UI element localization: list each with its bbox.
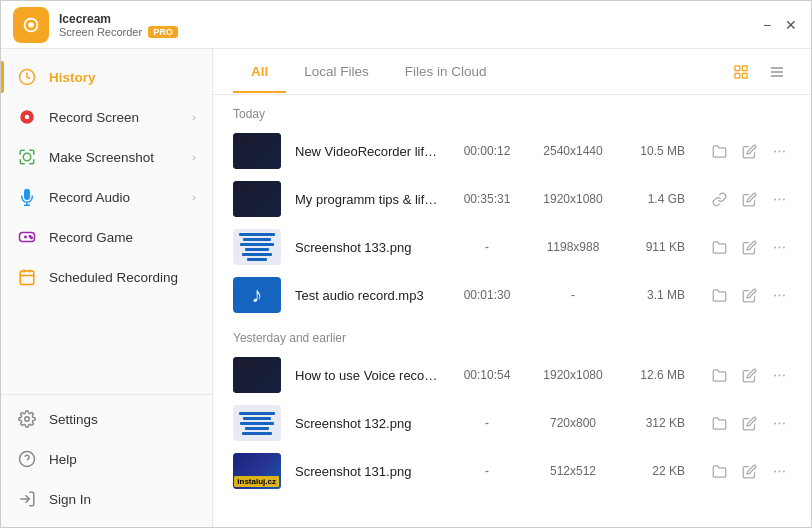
table-row[interactable]: New VideoRecorder lifehacks.mp4 00:00:12… <box>213 127 811 175</box>
file-duration: - <box>455 416 519 430</box>
close-button[interactable]: ✕ <box>783 17 799 33</box>
svg-point-46 <box>778 470 780 472</box>
svg-point-41 <box>782 374 784 376</box>
svg-point-29 <box>782 150 784 152</box>
list-view-button[interactable] <box>763 58 791 86</box>
table-row[interactable]: Screenshot 133.png - 1198x988 911 KB <box>213 223 811 271</box>
svg-point-39 <box>774 374 776 376</box>
svg-point-30 <box>774 198 776 200</box>
edit-button[interactable] <box>737 235 761 259</box>
svg-point-38 <box>782 294 784 296</box>
schedule-icon <box>17 267 37 287</box>
file-resolution: - <box>533 288 613 302</box>
sidebar-item-audio[interactable]: Record Audio › <box>1 177 212 217</box>
tab-files-in-cloud[interactable]: Files in Cloud <box>387 52 505 93</box>
edit-button[interactable] <box>737 139 761 163</box>
app-sub: Screen Recorder PRO <box>59 26 759 38</box>
grid-view-button[interactable] <box>727 58 755 86</box>
file-size: 10.5 MB <box>627 144 685 158</box>
sidebar-label-history: History <box>49 70 96 85</box>
sidebar-label-help: Help <box>49 452 77 467</box>
edit-button[interactable] <box>737 459 761 483</box>
file-name: How to use Voice recorder.mp4 <box>295 368 441 383</box>
file-thumbnail <box>233 181 281 217</box>
file-name: My programm tips & lifehacks.mp4 <box>295 192 441 207</box>
sidebar-item-schedule[interactable]: Scheduled Recording <box>1 257 212 297</box>
sidebar-item-game[interactable]: Record Game <box>1 217 212 257</box>
screenshot-icon <box>17 147 37 167</box>
tab-local-files[interactable]: Local Files <box>286 52 387 93</box>
file-size: 312 KB <box>627 416 685 430</box>
more-button[interactable] <box>767 283 791 307</box>
svg-rect-20 <box>735 66 740 71</box>
svg-point-36 <box>774 294 776 296</box>
edit-button[interactable] <box>737 363 761 387</box>
file-actions <box>707 283 791 307</box>
music-icon: ♪ <box>252 282 263 308</box>
folder-button[interactable] <box>707 283 731 307</box>
sidebar-item-settings[interactable]: Settings <box>1 399 212 439</box>
audio-icon <box>17 187 37 207</box>
folder-button[interactable] <box>707 411 731 435</box>
main-layout: History Record Screen › <box>1 49 811 527</box>
more-button[interactable] <box>767 459 791 483</box>
app-logo <box>13 7 49 43</box>
sidebar: History Record Screen › <box>1 49 213 527</box>
file-resolution: 720x800 <box>533 416 613 430</box>
edit-button[interactable] <box>737 187 761 211</box>
svg-point-45 <box>774 470 776 472</box>
file-size: 1.4 GB <box>627 192 685 206</box>
minimize-button[interactable]: − <box>759 17 775 33</box>
file-actions <box>707 235 791 259</box>
folder-button[interactable] <box>707 363 731 387</box>
svg-rect-12 <box>20 271 34 285</box>
table-row[interactable]: My programm tips & lifehacks.mp4 00:35:3… <box>213 175 811 223</box>
history-icon <box>17 67 37 87</box>
sidebar-item-help[interactable]: Help <box>1 439 212 479</box>
sidebar-label-schedule: Scheduled Recording <box>49 270 178 285</box>
sidebar-item-record-screen[interactable]: Record Screen › <box>1 97 212 137</box>
more-button[interactable] <box>767 363 791 387</box>
svg-point-40 <box>778 374 780 376</box>
table-row[interactable]: Screenshot 132.png - 720x800 312 KB <box>213 399 811 447</box>
game-icon <box>17 227 37 247</box>
chevron-right-icon3: › <box>192 191 196 203</box>
file-size: 3.1 MB <box>627 288 685 302</box>
sidebar-item-history[interactable]: History <box>1 57 212 97</box>
settings-icon <box>17 409 37 429</box>
app-window: Icecream Screen Recorder PRO − ✕ <box>0 0 812 528</box>
section-header-yesterday: Yesterday and earlier <box>213 319 811 351</box>
file-thumbnail <box>233 229 281 265</box>
table-row[interactable]: ♪ Test audio record.mp3 00:01:30 - 3.1 M… <box>213 271 811 319</box>
svg-point-33 <box>774 246 776 248</box>
tab-all[interactable]: All <box>233 52 286 93</box>
signin-icon <box>17 489 37 509</box>
table-row[interactable]: instaluj.cz Screenshot 131.png - 512x512… <box>213 447 811 495</box>
svg-point-27 <box>774 150 776 152</box>
link-button[interactable] <box>707 187 731 211</box>
svg-point-34 <box>778 246 780 248</box>
sidebar-label-screenshot: Make Screenshot <box>49 150 154 165</box>
svg-point-42 <box>774 422 776 424</box>
edit-button[interactable] <box>737 283 761 307</box>
svg-point-28 <box>778 150 780 152</box>
folder-button[interactable] <box>707 139 731 163</box>
content-area: All Local Files Files in Cloud <box>213 49 811 527</box>
folder-button[interactable] <box>707 459 731 483</box>
window-controls: − ✕ <box>759 17 799 33</box>
table-row[interactable]: How to use Voice recorder.mp4 00:10:54 1… <box>213 351 811 399</box>
svg-rect-21 <box>742 66 747 71</box>
edit-button[interactable] <box>737 411 761 435</box>
sidebar-item-screenshot[interactable]: Make Screenshot › <box>1 137 212 177</box>
more-button[interactable] <box>767 139 791 163</box>
more-button[interactable] <box>767 187 791 211</box>
more-button[interactable] <box>767 235 791 259</box>
file-size: 22 KB <box>627 464 685 478</box>
folder-button[interactable] <box>707 235 731 259</box>
sidebar-item-signin[interactable]: Sign In <box>1 479 212 519</box>
file-name: New VideoRecorder lifehacks.mp4 <box>295 144 441 159</box>
pro-badge: PRO <box>148 26 178 38</box>
svg-rect-22 <box>735 73 740 78</box>
more-button[interactable] <box>767 411 791 435</box>
sidebar-bottom: Settings Help <box>1 394 212 519</box>
